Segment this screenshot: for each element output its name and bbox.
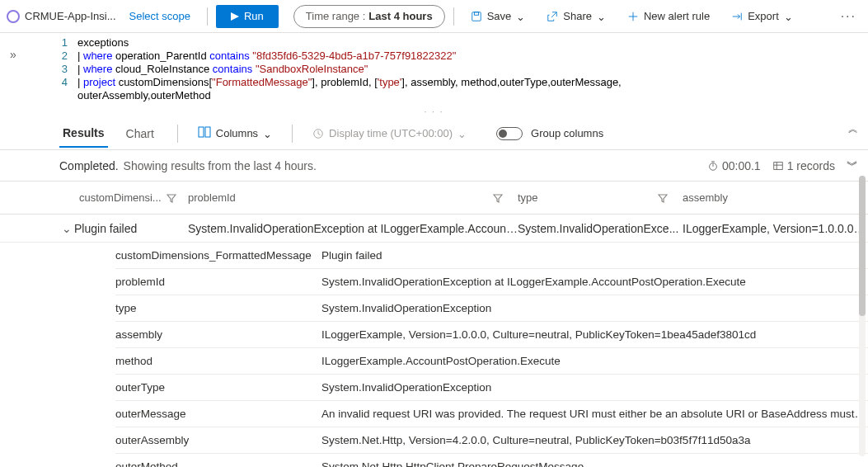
expand-all-icon[interactable]: ︾ bbox=[847, 158, 858, 173]
detail-value: System.Net.Http.HttpClient.PrepareReques… bbox=[321, 460, 868, 467]
status-bar: Completed. Showing results from the last… bbox=[0, 150, 868, 182]
export-label: Export bbox=[748, 10, 779, 22]
svg-rect-2 bbox=[474, 12, 478, 15]
duration-value: 00:00.1 bbox=[722, 159, 761, 172]
detail-value: ILoggerExample.AccountPostOperation.Exec… bbox=[321, 355, 868, 367]
cell-customdimensions: Plugin failed bbox=[74, 222, 188, 235]
app-title: CRMUE-App-Insi... bbox=[25, 10, 116, 22]
columns-label: Columns bbox=[216, 127, 258, 139]
export-icon bbox=[731, 11, 743, 22]
share-button[interactable]: Share ⌄ bbox=[538, 5, 614, 28]
new-alert-label: New alert rule bbox=[644, 10, 710, 22]
line-gutter: 1 2 3 4 bbox=[51, 36, 68, 89]
filter-icon[interactable] bbox=[167, 193, 176, 203]
save-icon bbox=[471, 11, 482, 22]
col-header-problemid[interactable]: problemId bbox=[188, 191, 236, 204]
run-label: Run bbox=[244, 10, 264, 22]
filter-icon[interactable] bbox=[658, 193, 668, 203]
separator bbox=[207, 7, 208, 26]
completed-label: Completed. bbox=[59, 159, 119, 172]
svg-rect-3 bbox=[199, 127, 204, 137]
grid-header: customDimensi... problemId type assembly bbox=[0, 182, 868, 215]
separator bbox=[177, 125, 178, 143]
query-editor[interactable]: 1 2 3 4 exceptions | where operation_Par… bbox=[0, 33, 868, 107]
results-tab-bar: Results Chart Columns ⌄ Display time (UT… bbox=[0, 117, 868, 150]
detail-row: typeSystem.InvalidOperationException bbox=[115, 295, 868, 322]
query-code[interactable]: exceptions | where operation_ParentId co… bbox=[38, 36, 622, 102]
detail-key: outerMethod bbox=[115, 460, 321, 467]
svg-rect-7 bbox=[773, 162, 782, 169]
detail-key: customDimensions_FormattedMessage bbox=[115, 249, 321, 262]
chevron-down-icon: ⌄ bbox=[597, 11, 606, 23]
time-range-value: Last 4 hours bbox=[368, 10, 432, 22]
chevron-down-icon: ⌄ bbox=[784, 11, 793, 23]
export-button[interactable]: Export ⌄ bbox=[723, 5, 801, 28]
resize-handle[interactable]: · · · bbox=[0, 107, 868, 117]
chevron-down-icon: ⌄ bbox=[516, 11, 525, 23]
save-button[interactable]: Save ⌄ bbox=[462, 5, 534, 28]
detail-value: ILoggerExample, Version=1.0.0.0, Culture… bbox=[321, 328, 868, 341]
columns-icon bbox=[198, 126, 211, 140]
records-icon bbox=[772, 160, 784, 172]
tab-results[interactable]: Results bbox=[59, 120, 108, 148]
separator bbox=[292, 125, 293, 143]
select-scope-link[interactable]: Select scope bbox=[121, 7, 199, 26]
table-row[interactable]: ⌄ Plugin failed System.InvalidOperationE… bbox=[0, 215, 868, 243]
detail-row: outerTypeSystem.InvalidOperationExceptio… bbox=[115, 375, 868, 401]
filter-icon[interactable] bbox=[493, 193, 503, 203]
row-details: customDimensions_FormattedMessagePlugin … bbox=[0, 243, 868, 467]
cell-assembly: ILoggerExample, Version=1.0.0.0, C bbox=[683, 222, 868, 235]
time-range-label: Time range : bbox=[306, 10, 366, 22]
tab-chart[interactable]: Chart bbox=[123, 120, 157, 147]
detail-value: Plugin failed bbox=[321, 249, 868, 262]
detail-key: type bbox=[115, 302, 321, 314]
svg-rect-4 bbox=[205, 127, 210, 137]
display-time-label: Display time (UTC+00:00) bbox=[329, 127, 453, 139]
time-range-picker[interactable]: Time range : Last 4 hours bbox=[293, 5, 445, 28]
group-columns-label: Group columns bbox=[531, 127, 603, 139]
detail-row: problemIdSystem.InvalidOperationExceptio… bbox=[115, 269, 868, 295]
save-label: Save bbox=[487, 10, 512, 22]
detail-row: customDimensions_FormattedMessagePlugin … bbox=[115, 243, 868, 269]
detail-value: An invalid request URI was provided. The… bbox=[321, 408, 868, 420]
detail-row: assemblyILoggerExample, Version=1.0.0.0,… bbox=[115, 322, 868, 348]
records-value: 1 records bbox=[787, 159, 835, 172]
share-label: Share bbox=[563, 10, 592, 22]
col-header-assembly[interactable]: assembly bbox=[683, 191, 728, 204]
top-toolbar: CRMUE-App-Insi... Select scope Run Time … bbox=[0, 0, 868, 33]
separator bbox=[453, 7, 454, 26]
chevron-down-icon: ⌄ bbox=[457, 128, 467, 140]
display-time-picker: Display time (UTC+00:00) ⌄ bbox=[312, 127, 467, 139]
detail-key: outerType bbox=[115, 381, 321, 394]
cell-problemid: System.InvalidOperationException at ILog… bbox=[188, 222, 518, 235]
detail-key: outerMessage bbox=[115, 408, 321, 420]
more-menu[interactable]: ··· bbox=[836, 9, 861, 24]
col-header-type[interactable]: type bbox=[518, 191, 538, 204]
detail-key: assembly bbox=[115, 328, 321, 341]
stopwatch-icon bbox=[707, 160, 719, 172]
scrollbar-thumb[interactable] bbox=[859, 176, 866, 316]
detail-value: System.InvalidOperationException bbox=[321, 302, 868, 314]
svg-marker-0 bbox=[231, 12, 239, 21]
columns-button[interactable]: Columns ⌄ bbox=[198, 126, 272, 140]
collapse-editor-icon[interactable]: ︽ bbox=[848, 122, 858, 135]
new-alert-button[interactable]: New alert rule bbox=[619, 5, 718, 28]
detail-row: outerMessageAn invalid request URI was p… bbox=[115, 401, 868, 427]
col-header-customdimensions[interactable]: customDimensi... bbox=[79, 191, 162, 204]
share-icon bbox=[547, 11, 558, 22]
chevron-down-icon: ⌄ bbox=[263, 128, 272, 140]
run-button[interactable]: Run bbox=[216, 5, 279, 28]
detail-row: outerMethodSystem.Net.Http.HttpClient.Pr… bbox=[115, 454, 868, 467]
play-icon bbox=[231, 12, 239, 21]
detail-key: problemId bbox=[115, 276, 321, 288]
detail-value: System.InvalidOperationException at ILog… bbox=[321, 276, 868, 288]
group-columns-toggle[interactable] bbox=[496, 127, 523, 140]
row-expand-icon[interactable]: ⌄ bbox=[59, 222, 74, 235]
vertical-scrollbar[interactable] bbox=[859, 176, 866, 456]
app-insights-icon bbox=[7, 10, 20, 23]
detail-row: methodILoggerExample.AccountPostOperatio… bbox=[115, 348, 868, 375]
detail-value: System.Net.Http, Version=4.2.0.0, Cultur… bbox=[321, 434, 868, 446]
cell-type: System.InvalidOperationExce... bbox=[518, 222, 683, 235]
svg-rect-1 bbox=[472, 12, 481, 21]
clock-icon bbox=[312, 128, 324, 139]
